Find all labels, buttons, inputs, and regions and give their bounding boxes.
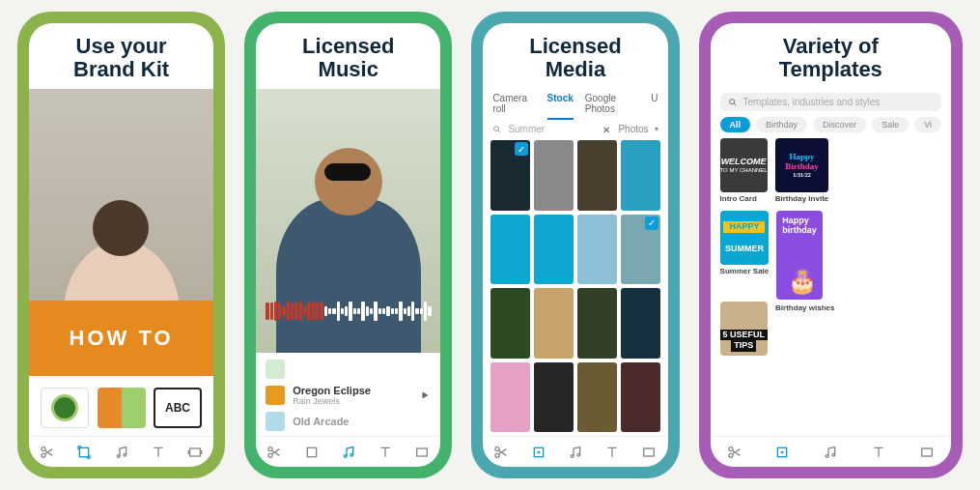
media-thumb[interactable] (534, 215, 574, 284)
svg-rect-11 (417, 448, 428, 456)
bottom-nav (711, 436, 951, 467)
title-line-2: Brand Kit (73, 57, 169, 81)
title-line-2: Templates (779, 57, 882, 81)
track-name: Old Arcade (293, 416, 431, 427)
title-line-1: Licensed (302, 34, 394, 58)
media-thumb[interactable] (490, 215, 530, 284)
crop-icon[interactable] (76, 445, 92, 460)
template-birthday-neon[interactable]: Happy Birthday 1/31/22 (775, 138, 829, 192)
media-thumb[interactable] (490, 362, 530, 432)
card-title: Licensed Music (256, 23, 440, 89)
format-icon[interactable] (641, 445, 657, 460)
cut-icon[interactable] (266, 445, 282, 460)
media-thumb[interactable] (490, 140, 530, 210)
palette-swatch[interactable] (98, 388, 146, 428)
logo-swatch[interactable] (41, 388, 89, 428)
media-thumb[interactable] (534, 140, 574, 210)
music-icon[interactable] (114, 445, 129, 460)
svg-rect-5 (190, 448, 201, 456)
media-thumb[interactable] (577, 362, 617, 432)
cut-icon[interactable] (40, 445, 55, 460)
template-label: Birthday wishes (775, 303, 834, 312)
hero-image: HOW TO (29, 89, 213, 376)
track-list: Oregon Eclipse Rain Jewels Old Arcade (256, 353, 440, 436)
promo-card-media: Licensed Media Camera roll Stock Google … (471, 12, 679, 478)
media-thumb[interactable] (577, 215, 617, 284)
search-icon[interactable] (492, 125, 502, 134)
font-swatch[interactable]: ABC (154, 388, 202, 428)
chip-birthday[interactable]: Birthday (756, 117, 807, 132)
filter-dropdown[interactable]: Photos (618, 124, 648, 134)
chip-discover[interactable]: Discover (813, 117, 866, 132)
media-thumb[interactable] (621, 140, 660, 210)
template-intro-card[interactable]: WELCOME TO MY CHANNEL (720, 138, 768, 192)
music-icon[interactable] (341, 445, 356, 460)
music-icon[interactable] (568, 445, 583, 460)
waveform[interactable] (266, 297, 431, 326)
media-thumb[interactable] (577, 140, 617, 210)
svg-rect-2 (80, 447, 89, 456)
card-title: Licensed Media (483, 23, 667, 89)
media-thumb[interactable] (621, 215, 660, 284)
cut-icon[interactable] (727, 445, 742, 460)
music-icon[interactable] (823, 445, 838, 460)
crop-icon[interactable] (774, 445, 790, 460)
track-row[interactable]: Oregon Eclipse Rain Jewels (264, 382, 433, 409)
template-happy-birthday[interactable]: Happy birthday 🎂 (776, 211, 823, 300)
cut-icon[interactable] (493, 445, 509, 460)
chip-more[interactable]: Vi (914, 117, 941, 132)
chip-all[interactable]: All (720, 117, 751, 132)
svg-point-17 (577, 453, 580, 456)
format-icon[interactable] (187, 445, 203, 460)
template-useful-tips[interactable]: 5 USEFUL TIPS (720, 302, 769, 356)
svg-point-23 (826, 454, 829, 457)
card-title: Use your Brand Kit (29, 23, 213, 89)
title-line-2: Media (546, 57, 605, 81)
svg-point-12 (494, 127, 499, 131)
text-icon[interactable] (604, 445, 620, 460)
format-icon[interactable] (414, 445, 430, 460)
clear-icon[interactable]: ✕ (602, 125, 612, 134)
track-name: Oregon Eclipse (293, 385, 411, 396)
track-artist: Rain Jewels (293, 396, 411, 406)
media-thumb[interactable] (490, 288, 530, 358)
template-summer-sale[interactable]: HAPPY SUMMER (720, 211, 770, 265)
tab-stock[interactable]: Stock (547, 93, 574, 120)
track-thumb (266, 412, 285, 431)
media-thumb[interactable] (621, 362, 660, 432)
bottom-nav (483, 436, 667, 467)
template-label: Summer Sale (720, 267, 770, 275)
svg-rect-18 (644, 448, 655, 456)
format-icon[interactable] (919, 445, 935, 460)
bottom-nav (256, 436, 440, 467)
search-input[interactable]: Summer (508, 124, 597, 134)
chip-sale[interactable]: Sale (872, 117, 909, 132)
text-icon[interactable] (871, 445, 886, 460)
svg-point-19 (729, 100, 734, 104)
tab-more[interactable]: U (651, 93, 658, 120)
media-thumb[interactable] (621, 288, 660, 358)
tab-google-photos[interactable]: Google Photos (585, 93, 640, 120)
media-thumb[interactable] (534, 362, 574, 432)
chevron-down-icon[interactable]: ▾ (655, 125, 658, 133)
crop-icon[interactable] (531, 445, 546, 460)
media-thumb[interactable] (577, 288, 617, 358)
play-icon[interactable] (419, 389, 431, 401)
media-thumb[interactable] (534, 288, 574, 358)
promo-card-music: Licensed Music Oregon Eclipse Rain Jewel… (244, 12, 452, 478)
title-line-2: Music (319, 57, 378, 81)
track-row[interactable]: Old Arcade (264, 409, 433, 434)
svg-point-10 (350, 453, 353, 456)
crop-icon[interactable] (304, 445, 320, 460)
source-tabs: Camera roll Stock Google Photos U (483, 89, 667, 120)
text-icon[interactable] (151, 445, 166, 460)
template-label: Intro Card (720, 194, 768, 203)
promo-card-brand-kit: Use your Brand Kit HOW TO ABC (17, 12, 225, 478)
tab-camera-roll[interactable]: Camera roll (492, 93, 535, 120)
template-search[interactable]: Templates, industries and styles (720, 93, 941, 111)
text-icon[interactable] (378, 445, 393, 460)
media-grid (483, 138, 667, 436)
track-row[interactable] (264, 357, 433, 382)
screen: Licensed Music Oregon Eclipse Rain Jewel… (256, 23, 440, 467)
brand-swatches: ABC (29, 376, 213, 436)
